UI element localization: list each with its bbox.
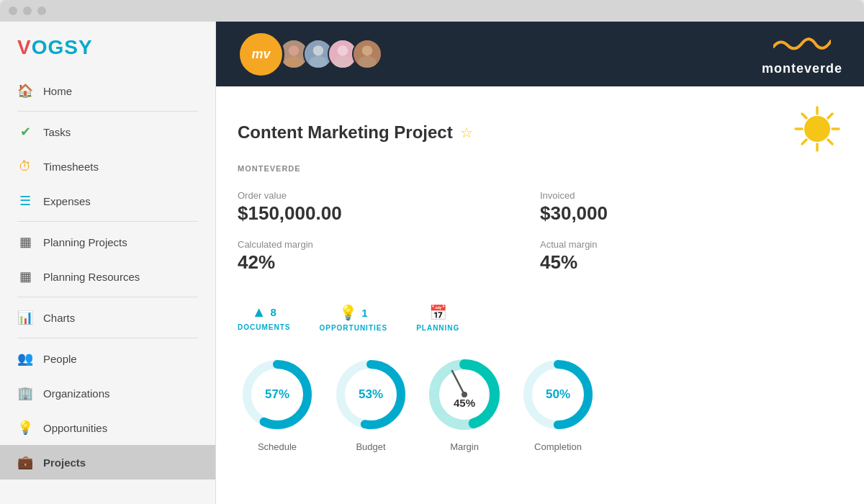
order-value: $150,000.00: [238, 202, 540, 225]
calc-margin-label: Calculated margin: [238, 239, 540, 250]
sidebar-item-label-projects: Projects: [43, 456, 86, 469]
opportunities-icon: 💡: [339, 304, 357, 321]
donut-completion: 50%: [518, 355, 598, 434]
app-container: VOGSY 🏠 Home ✔ Tasks ⏱ Timesheets ☰ Expe…: [0, 22, 864, 504]
sidebar-item-tasks[interactable]: ✔ Tasks: [0, 114, 215, 149]
nav-divider-4: [17, 338, 198, 338]
margin-title: Margin: [450, 441, 479, 452]
sidebar-item-home[interactable]: 🏠 Home: [0, 73, 215, 108]
charts-icon: 📊: [17, 310, 33, 325]
budget-percent: 53%: [359, 387, 383, 402]
nav-divider-3: [17, 297, 198, 297]
calc-margin-value: 42%: [238, 251, 540, 274]
planning-resources-icon: ▦: [17, 269, 33, 284]
svg-point-2: [284, 56, 302, 69]
donut-schedule: 57%: [238, 355, 317, 434]
project-subtitle: MONTEVERDE: [238, 164, 842, 173]
invoiced-label: Invoiced: [540, 190, 842, 201]
window-bar: [0, 0, 864, 22]
opportunities-nav-icon: 💡: [17, 420, 33, 436]
planning-label: PLANNING: [416, 324, 459, 332]
donut-svg-margin: [425, 355, 504, 434]
sidebar: VOGSY 🏠 Home ✔ Tasks ⏱ Timesheets ☰ Expe…: [0, 22, 216, 504]
sidebar-item-label-timesheets: Timesheets: [43, 161, 99, 173]
completion-title: Completion: [534, 441, 582, 452]
order-value-label: Order value: [238, 190, 540, 201]
budget-title: Budget: [356, 441, 385, 452]
sidebar-item-label-charts: Charts: [43, 312, 75, 324]
link-opportunities-top: 💡 1: [339, 304, 367, 321]
brand-logo: monteverde: [762, 32, 842, 76]
chart-completion: 50% Completion: [518, 355, 598, 452]
sidebar-item-label-tasks: Tasks: [43, 126, 71, 138]
svg-point-5: [309, 56, 327, 69]
opportunities-label: OPPORTUNITIES: [319, 324, 387, 332]
metric-order-value: Order value $150,000.00: [238, 186, 540, 235]
completion-percent: 50%: [546, 387, 570, 402]
star-icon[interactable]: ☆: [460, 124, 473, 141]
sidebar-item-planning-projects[interactable]: ▦ Planning Projects: [0, 225, 215, 259]
svg-line-20: [802, 140, 806, 144]
project-content: Content Marketing Project ☆: [216, 86, 864, 504]
link-planning[interactable]: 📅 PLANNING: [416, 304, 459, 332]
avatar-main[interactable]: mv: [238, 31, 284, 78]
projects-icon: 💼: [17, 454, 33, 470]
svg-point-4: [313, 45, 323, 55]
svg-line-18: [828, 140, 832, 144]
sidebar-item-planning-resources[interactable]: ▦ Planning Resources: [0, 259, 215, 294]
sidebar-item-label-organizations: Organizations: [43, 387, 110, 400]
svg-point-12: [804, 116, 830, 142]
sun-svg: [792, 104, 842, 154]
margin-percent: 45%: [454, 397, 475, 409]
link-opportunities[interactable]: 💡 1 OPPORTUNITIES: [319, 304, 387, 332]
sidebar-item-expenses[interactable]: ☰ Expenses: [0, 184, 215, 218]
svg-point-10: [362, 45, 372, 55]
actual-margin-label: Actual margin: [540, 239, 842, 250]
header-avatars: mv: [238, 31, 382, 78]
waves-svg: [773, 32, 831, 58]
window-dot-2: [23, 6, 32, 15]
sidebar-item-label-opportunities: Opportunities: [43, 422, 107, 434]
metric-calc-margin: Calculated margin 42%: [238, 235, 540, 284]
project-title-row: Content Marketing Project ☆: [238, 104, 842, 161]
links-row: ▲ 8 DOCUMENTS 💡 1 OPPORTUNITIES 📅: [238, 298, 842, 338]
documents-label: DOCUMENTS: [238, 323, 290, 331]
donut-margin: 45%: [425, 355, 504, 434]
schedule-title: Schedule: [258, 441, 297, 452]
link-planning-top: 📅: [429, 304, 447, 321]
project-title: Content Marketing Project: [238, 122, 453, 143]
sidebar-item-opportunities[interactable]: 💡 Opportunities: [0, 410, 215, 445]
window-dot-3: [37, 6, 46, 15]
invoiced-value: $30,000: [540, 202, 842, 225]
svg-point-8: [333, 56, 351, 69]
window-dot-1: [9, 6, 17, 15]
sidebar-item-organizations[interactable]: 🏢 Organizations: [0, 376, 215, 410]
metrics-grid: Order value $150,000.00 Invoiced $30,000…: [238, 186, 842, 284]
brand-waves-icon: [773, 32, 831, 61]
planning-icon: 📅: [429, 304, 447, 321]
avatar-person-4[interactable]: [352, 39, 382, 69]
logo-rest: OGSY: [32, 36, 93, 58]
sidebar-item-projects[interactable]: 💼 Projects: [0, 445, 215, 480]
sidebar-item-people[interactable]: 👥 People: [0, 341, 215, 376]
chart-schedule: 57% Schedule: [238, 355, 317, 452]
logo: VOGSY: [17, 36, 93, 58]
sun-icon: [792, 104, 842, 161]
donut-budget: 53%: [331, 355, 410, 434]
link-documents[interactable]: ▲ 8 DOCUMENTS: [238, 304, 290, 332]
planning-projects-icon: ▦: [17, 234, 33, 250]
sidebar-nav: 🏠 Home ✔ Tasks ⏱ Timesheets ☰ Expenses ▦…: [0, 73, 215, 480]
sidebar-item-timesheets[interactable]: ⏱ Timesheets: [0, 149, 215, 184]
nav-divider-1: [17, 111, 198, 112]
documents-icon: ▲: [252, 304, 266, 320]
sidebar-item-label-expenses: Expenses: [43, 195, 91, 207]
timesheets-icon: ⏱: [17, 158, 33, 174]
charts-row: 57% Schedule 53% Budget: [238, 355, 842, 452]
logo-v: V: [17, 36, 32, 58]
opportunities-count: 1: [361, 307, 367, 319]
logo-area: VOGSY: [0, 22, 215, 73]
sidebar-item-charts[interactable]: 📊 Charts: [0, 300, 215, 335]
actual-margin-value: 45%: [540, 251, 842, 274]
metric-actual-margin: Actual margin 45%: [540, 235, 842, 284]
main-content: mv: [216, 22, 864, 504]
